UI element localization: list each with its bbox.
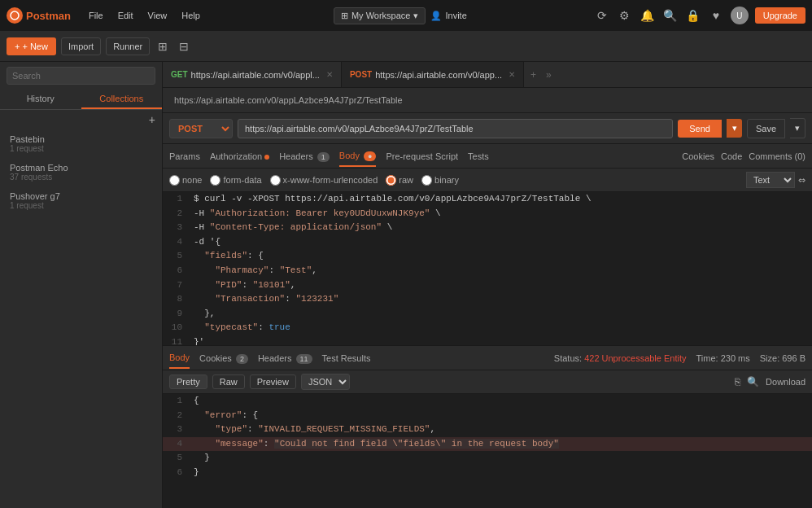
workspace-label: My Workspace <box>351 11 411 20</box>
resp-line-4: 4 "message": "Could not find field \"fie… <box>163 437 812 452</box>
sidebar-item-sub: 1 request <box>10 144 152 153</box>
resp-line-3: 3 "type": "INVALID_REQUEST_MISSING_FIELD… <box>163 423 812 437</box>
code-line-8: 8 "Transaction": "123231" <box>163 292 812 307</box>
save-button[interactable]: Save <box>747 119 785 138</box>
raw-button[interactable]: Raw <box>212 374 245 389</box>
tab-url-post: https://api.airtable.com/v0/app... <box>375 70 502 80</box>
new-button[interactable]: + + New <box>7 37 56 55</box>
preview-button[interactable]: Preview <box>250 374 296 389</box>
sub-tab-params[interactable]: Params <box>169 147 200 166</box>
code-line-6: 6 "Pharmacy": "Test", <box>163 264 812 278</box>
option-raw[interactable]: raw <box>386 175 413 186</box>
code-link[interactable]: Code <box>721 151 742 161</box>
menu-view[interactable]: View <box>142 9 174 22</box>
top-center: ⊞ My Workspace ▾ 👤 Invite <box>212 7 589 24</box>
sidebar-toggle-icon[interactable]: ⊞ <box>155 40 171 53</box>
option-binary[interactable]: binary <box>421 175 459 186</box>
code-line-2: 2 -H "Authorization: Bearer key0UDdUuxwN… <box>163 207 812 221</box>
invite-button[interactable]: 👤 Invite <box>430 11 466 21</box>
response-format-dropdown[interactable]: JSON XML Text <box>301 374 350 390</box>
resp-tab-headers[interactable]: Headers 11 <box>258 348 312 368</box>
body-options: none form-data x-www-form-urlencoded raw… <box>163 169 812 192</box>
option-urlencoded[interactable]: x-www-form-urlencoded <box>270 175 378 186</box>
right-actions: Cookies Code Comments (0) <box>682 151 805 161</box>
sub-tab-pre-request[interactable]: Pre-request Script <box>386 147 458 166</box>
code-line-5: 5 "fields": { <box>163 249 812 264</box>
avatar[interactable]: U <box>731 7 749 24</box>
close-tab-post-icon[interactable]: ✕ <box>509 70 515 79</box>
sub-tab-tests[interactable]: Tests <box>468 147 489 166</box>
sub-tab-body[interactable]: Body ● <box>339 146 377 167</box>
code-line-4: 4 -d '{ <box>163 235 812 250</box>
menu-bar: File Edit View Help <box>82 9 207 22</box>
plus-icon: + <box>15 42 20 51</box>
settings-icon[interactable]: ⚙ <box>617 9 633 22</box>
sidebar-item-pastebin[interactable]: Pastebin 1 request <box>0 129 162 158</box>
tab-post-request[interactable]: POST https://api.airtable.com/v0/app... … <box>342 62 524 87</box>
body-format-select: Text JSON ⇔ <box>746 172 805 188</box>
more-tabs-icon[interactable]: » <box>543 69 555 81</box>
layout-icon[interactable]: ⊟ <box>176 40 192 53</box>
tab-get-request[interactable]: GET https://api.airtable.com/v0/appl... … <box>163 62 342 87</box>
sidebar-tabs: History Collections <box>0 90 162 110</box>
heart-icon[interactable]: ♥ <box>708 9 724 22</box>
sidebar-item-sub: 1 request <box>10 201 152 210</box>
tab-history[interactable]: History <box>0 90 81 109</box>
action-bar: + + New Import Runner ⊞ ⊟ <box>0 31 812 62</box>
new-label: + New <box>22 42 48 51</box>
workspace-button[interactable]: ⊞ My Workspace ▾ <box>334 7 426 24</box>
search-icon[interactable]: 🔍 <box>662 9 679 22</box>
tab-collections[interactable]: Collections <box>81 90 163 109</box>
request-bar: POST GET PUT DELETE Send ▾ Save ▾ <box>163 113 812 144</box>
option-none[interactable]: none <box>169 175 202 186</box>
option-form-data[interactable]: form-data <box>210 175 261 186</box>
add-collection-icon[interactable]: + <box>149 113 155 126</box>
close-tab-get-icon[interactable]: ✕ <box>326 70 333 79</box>
tab-method-get: GET <box>171 70 188 79</box>
menu-edit[interactable]: Edit <box>111 9 140 22</box>
resp-line-6: 6 } <box>163 466 812 480</box>
cookies-link[interactable]: Cookies <box>682 151 714 161</box>
svg-point-0 <box>11 11 19 20</box>
comments-link[interactable]: Comments (0) <box>749 151 805 161</box>
sidebar-item-pushover[interactable]: Pushover g7 1 request <box>0 186 162 215</box>
resp-tab-tests[interactable]: Test Results <box>322 348 371 368</box>
menu-file[interactable]: File <box>82 9 110 22</box>
sidebar-item-name: Pushover g7 <box>10 191 152 201</box>
invite-label: Invite <box>445 11 466 20</box>
workspace-chevron-icon: ▾ <box>413 11 418 21</box>
app-logo: Postman <box>7 7 71 24</box>
search-input[interactable] <box>7 67 155 85</box>
runner-button[interactable]: Runner <box>106 37 150 55</box>
beautify-icon[interactable]: ⇔ <box>798 175 805 186</box>
sync-icon[interactable]: ⟳ <box>594 9 610 22</box>
notification-icon[interactable]: 🔔 <box>640 9 656 22</box>
import-button[interactable]: Import <box>61 37 101 55</box>
response-body-code[interactable]: 1 { 2 "error": { 3 "type": "INVALID_REQU… <box>163 394 812 508</box>
lock-icon[interactable]: 🔒 <box>685 9 701 22</box>
size-display: Size: 696 B <box>760 353 805 363</box>
search-response-icon[interactable]: 🔍 <box>747 376 759 388</box>
format-dropdown[interactable]: Text JSON <box>746 172 795 188</box>
request-body-code[interactable]: 1 $ curl -v -XPOST https://api.airtable.… <box>163 192 812 345</box>
resp-tab-body[interactable]: Body <box>169 348 190 369</box>
resp-tab-cookies[interactable]: Cookies 2 <box>199 348 248 368</box>
code-line-9: 9 }, <box>163 307 812 322</box>
menu-help[interactable]: Help <box>175 9 207 22</box>
upgrade-button[interactable]: Upgrade <box>755 7 805 24</box>
send-button[interactable]: Send <box>678 120 722 138</box>
download-button[interactable]: Download <box>766 376 805 388</box>
pretty-button[interactable]: Pretty <box>169 374 207 389</box>
send-dropdown-icon[interactable]: ▾ <box>727 119 742 138</box>
save-dropdown-icon[interactable]: ▾ <box>790 118 805 138</box>
copy-response-icon[interactable]: ⎘ <box>735 376 740 388</box>
new-tab-icon[interactable]: + <box>524 69 543 81</box>
workspace-icon: ⊞ <box>341 11 348 21</box>
sub-tab-headers[interactable]: Headers 1 <box>279 147 330 166</box>
app-title: Postman <box>26 10 71 22</box>
method-select[interactable]: POST GET PUT DELETE <box>169 119 233 138</box>
resp-line-5: 5 } <box>163 451 812 466</box>
sidebar-item-postman-echo[interactable]: Postman Echo 37 requests <box>0 158 162 186</box>
sub-tab-authorization[interactable]: Authorization <box>210 147 269 166</box>
url-input[interactable] <box>238 119 673 138</box>
